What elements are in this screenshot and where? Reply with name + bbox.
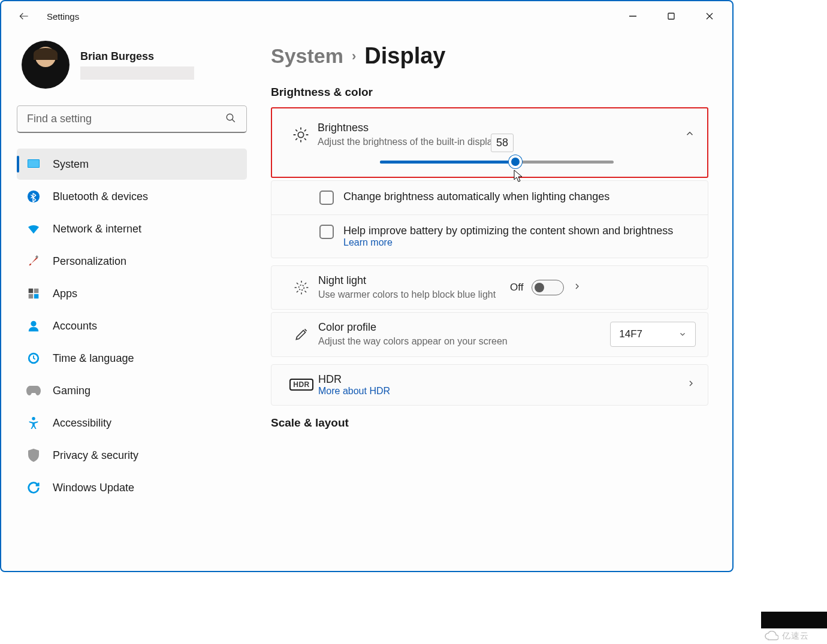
- app-title: Settings: [47, 11, 79, 22]
- svg-line-33: [305, 291, 306, 292]
- brightness-title: Brightness: [318, 122, 678, 134]
- search-input[interactable]: [17, 105, 247, 133]
- sidebar-item-time-language[interactable]: Time & language: [17, 343, 247, 374]
- section-brightness-color: Brightness & color: [271, 86, 708, 99]
- wifi-icon: [26, 222, 41, 236]
- sidebar-item-label: Personalization: [53, 255, 126, 268]
- svg-line-35: [305, 283, 306, 284]
- sidebar-item-apps[interactable]: Apps: [17, 278, 247, 309]
- chevron-right-icon[interactable]: [572, 282, 582, 294]
- breadcrumb: System › Display: [271, 43, 708, 69]
- svg-rect-10: [29, 289, 34, 294]
- shield-icon: [26, 448, 41, 462]
- nav: System Bluetooth & devices Network & int…: [17, 149, 247, 503]
- minimize-button[interactable]: [614, 4, 652, 28]
- svg-point-14: [31, 321, 36, 326]
- auto-brightness-checkbox[interactable]: [319, 191, 334, 205]
- back-button[interactable]: [13, 5, 35, 27]
- breadcrumb-parent[interactable]: System: [271, 44, 343, 68]
- color-profile-value: 14F7: [619, 328, 642, 340]
- brightness-card: Brightness Adjust the brightness of the …: [271, 107, 708, 178]
- learn-more-link[interactable]: Learn more: [343, 237, 393, 247]
- svg-line-26: [304, 130, 306, 131]
- svg-rect-9: [35, 255, 38, 258]
- sidebar-item-personalization[interactable]: Personalization: [17, 246, 247, 277]
- settings-window: Settings Brian Burgess: [0, 0, 734, 572]
- hdr-card[interactable]: HDR HDR More about HDR: [271, 364, 708, 406]
- svg-rect-13: [34, 294, 39, 299]
- accessibility-icon: [26, 416, 41, 430]
- svg-line-34: [297, 291, 298, 292]
- chevron-right-icon: ›: [352, 49, 356, 64]
- hdr-icon: HDR: [285, 379, 318, 391]
- sidebar-item-accounts[interactable]: Accounts: [17, 310, 247, 341]
- close-button[interactable]: [690, 4, 729, 28]
- brightness-sub-options: Change brightness automatically when lig…: [271, 180, 708, 258]
- battery-optimize-checkbox[interactable]: [319, 225, 334, 239]
- sidebar-item-gaming[interactable]: Gaming: [17, 375, 247, 406]
- sidebar-item-label: Windows Update: [53, 482, 134, 494]
- apps-icon: [26, 286, 41, 301]
- main-content: System › Display Brightness & color Brig…: [253, 31, 732, 571]
- sidebar-item-privacy[interactable]: Privacy & security: [17, 440, 247, 471]
- search-wrap: [17, 105, 247, 133]
- night-light-card[interactable]: Night light Use warmer colors to help bl…: [271, 265, 708, 310]
- svg-rect-11: [34, 289, 39, 294]
- titlebar: Settings: [1, 1, 732, 31]
- color-profile-desc: Adjust the way colors appear on your scr…: [318, 335, 604, 348]
- person-icon: [26, 319, 41, 333]
- night-light-desc: Use warmer colors to help block blue lig…: [318, 288, 504, 301]
- auto-brightness-label: Change brightness automatically when lig…: [343, 191, 609, 203]
- sidebar-item-accessibility[interactable]: Accessibility: [17, 407, 247, 439]
- color-profile-card: Color profile Adjust the way colors appe…: [271, 312, 708, 357]
- hdr-link[interactable]: More about HDR: [318, 386, 680, 397]
- svg-point-18: [298, 132, 303, 138]
- sidebar-item-label: Accounts: [53, 320, 97, 332]
- sidebar-item-bluetooth[interactable]: Bluetooth & devices: [17, 181, 247, 212]
- chevron-down-icon: [678, 330, 687, 338]
- section-scale-layout: Scale & layout: [271, 416, 708, 430]
- night-light-icon: [285, 280, 318, 295]
- svg-line-24: [304, 139, 306, 140]
- night-light-state: Off: [510, 282, 523, 294]
- svg-line-32: [297, 283, 298, 284]
- search-icon: [225, 113, 236, 126]
- chevron-right-icon[interactable]: [686, 379, 696, 391]
- sidebar-item-label: Accessibility: [53, 417, 111, 430]
- sidebar-item-network[interactable]: Network & internet: [17, 213, 247, 244]
- collapse-chevron-icon[interactable]: [684, 128, 695, 141]
- user-block[interactable]: Brian Burgess: [17, 41, 247, 89]
- bluetooth-icon: [26, 189, 41, 204]
- svg-rect-7: [28, 160, 39, 167]
- color-profile-select[interactable]: 14F7: [610, 322, 696, 347]
- gamepad-icon: [26, 383, 41, 398]
- avatar: [22, 41, 70, 89]
- sidebar-item-label: Privacy & security: [53, 449, 138, 462]
- svg-line-5: [232, 119, 235, 122]
- eyedropper-icon: [285, 326, 318, 342]
- window-controls: [614, 4, 729, 28]
- sidebar: Brian Burgess System Bluetooth & devices: [1, 31, 253, 571]
- sidebar-item-windows-update[interactable]: Windows Update: [17, 472, 247, 503]
- maximize-button[interactable]: [652, 4, 690, 28]
- svg-line-23: [296, 130, 297, 131]
- user-email-redacted: [80, 66, 194, 80]
- display-icon: [26, 157, 41, 171]
- breadcrumb-current: Display: [364, 43, 445, 69]
- svg-point-17: [32, 417, 35, 421]
- svg-rect-12: [29, 294, 34, 299]
- svg-point-27: [299, 285, 304, 291]
- sidebar-item-label: Network & internet: [53, 223, 141, 235]
- svg-line-25: [296, 139, 297, 140]
- svg-point-8: [28, 191, 40, 202]
- sidebar-item-label: Bluetooth & devices: [53, 191, 148, 203]
- hdr-title: HDR: [318, 373, 680, 386]
- sidebar-item-label: Time & language: [53, 352, 134, 365]
- night-light-toggle[interactable]: [532, 280, 564, 295]
- battery-optimize-label: Help improve battery by optimizing the c…: [343, 225, 673, 237]
- brightness-slider[interactable]: [380, 161, 614, 164]
- corner-decoration: [761, 612, 827, 628]
- svg-point-4: [227, 114, 233, 120]
- sidebar-item-system[interactable]: System: [17, 149, 247, 180]
- user-name: Brian Burgess: [80, 50, 194, 63]
